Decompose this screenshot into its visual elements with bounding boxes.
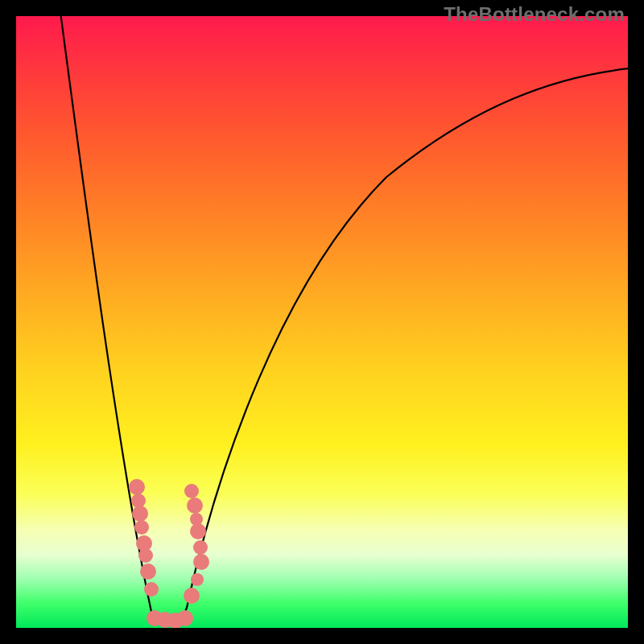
- data-point: [187, 497, 203, 514]
- data-point: [144, 582, 159, 597]
- curve-left: [60, 16, 169, 624]
- plot-area: [16, 16, 628, 628]
- data-point: [191, 573, 204, 586]
- data-point: [138, 548, 153, 563]
- points-left: [129, 479, 159, 597]
- data-point: [184, 588, 200, 604]
- watermark-text: TheBottleneck.com: [444, 3, 625, 26]
- chart-frame: TheBottleneck.com: [0, 0, 644, 644]
- data-point: [132, 506, 148, 522]
- points-bottom: [147, 610, 193, 628]
- points-right: [184, 484, 209, 604]
- data-point: [190, 523, 206, 539]
- chart-svg: [16, 16, 628, 628]
- data-point: [140, 564, 156, 580]
- curve-right: [169, 68, 628, 624]
- data-point: [177, 610, 193, 626]
- data-point: [129, 479, 145, 495]
- data-point: [193, 540, 208, 555]
- data-point: [184, 484, 199, 498]
- data-point: [134, 520, 149, 535]
- data-point: [193, 554, 209, 570]
